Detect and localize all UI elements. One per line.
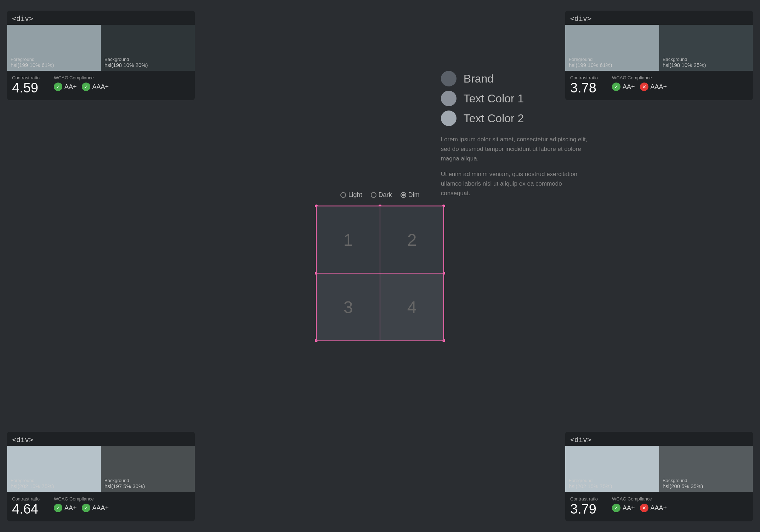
badge-aaa-icon-bl: ✓ [82,504,90,512]
badge-aaa-tl: ✓ AAA+ [82,83,109,91]
bg-label-tr: Background [663,57,749,62]
theme-option-light[interactable]: Light [340,191,362,199]
panel-bl-stats: Contrast ratio 4.64 WCAG Compliance ✓ AA… [7,492,195,521]
badge-aa-tl: ✓ AA+ [54,83,77,91]
grid-cell-1: 1 [316,206,380,273]
badge-aaa-tr: ✕ AAA+ [640,83,667,91]
contrast-label-bl: Contrast ratio [12,496,40,502]
fg-label-tr: Foreground [569,57,656,62]
contrast-label-br: Contrast ratio [570,496,598,502]
radio-dark[interactable] [371,192,376,198]
lorem-p1: Lorem ipsum dolor sit amet, consectetur … [441,135,590,164]
theme-option-dark[interactable]: Dark [371,191,392,199]
contrast-value-tl: 4.59 [12,81,40,95]
badge-aaa-icon-br: ✕ [640,504,648,512]
bg-value-bl: hsl(197 5% 30%) [104,483,191,489]
grid-cell-3: 3 [316,273,380,341]
fg-value-tr: hsl(199 10% 61%) [569,62,656,68]
badge-aa-tr: ✓ AA+ [612,83,635,91]
panel-bl-tag: <div> [7,432,195,446]
contrast-label-tl: Contrast ratio [12,75,40,80]
contrast-value-bl: 4.64 [12,502,40,516]
badge-aaa-bl: ✓ AAA+ [82,504,109,512]
bg-label-tl: Background [104,57,191,62]
bg-label-br: Background [663,478,749,483]
grid-cell-2: 2 [380,206,444,273]
panel-tr-stats: Contrast ratio 3.78 WCAG Compliance ✓ AA… [565,71,753,100]
fg-label-bl: Foreground [11,478,97,483]
panel-bottom-left: <div> Foreground hsl(202 15% 75%) Backgr… [7,432,195,521]
legend-label-brand: Brand [464,72,494,85]
badge-aaa-icon-tr: ✕ [640,83,648,91]
wcag-label-tl: WCAG Compliance [54,75,109,80]
fg-label-tl: Foreground [11,57,97,62]
swatch-fg-tl: Foreground hsl(199 10% 61%) [7,25,101,71]
bg-value-tr: hsl(198 10% 25%) [663,62,749,68]
legend-area: Brand Text Color 1 Text Color 2 Lorem ip… [441,71,590,198]
badge-aa-icon-bl: ✓ [54,504,62,512]
theme-selector: Light Dark Dim [340,191,419,199]
contrast-value-br: 3.79 [570,502,598,516]
legend-circle-brand [441,71,456,86]
legend-label-text2: Text Color 2 [464,112,524,125]
badge-aaa-icon-tl: ✓ [82,83,90,91]
panel-tr-tag: <div> [565,11,753,25]
legend-circle-text2 [441,111,456,126]
swatch-bg-tl: Background hsl(198 10% 20%) [101,25,195,71]
wcag-label-br: WCAG Compliance [612,496,667,502]
theme-option-dim[interactable]: Dim [401,191,420,199]
swatch-bg-bl: Background hsl(197 5% 30%) [101,446,195,492]
panel-top-left: <div> Foreground hsl(199 10% 61%) Backgr… [7,11,195,100]
radio-dim[interactable] [401,192,406,198]
center-area: Light Dark Dim 1 2 3 4 [316,191,444,341]
panel-br-tag: <div> [565,432,753,446]
swatch-bg-br: Background hsl(200 5% 35%) [659,446,753,492]
wcag-label-bl: WCAG Compliance [54,496,109,502]
fg-value-tl: hsl(199 10% 61%) [11,62,97,68]
fg-value-bl: hsl(202 15% 75%) [11,483,97,489]
swatch-fg-bl: Foreground hsl(202 15% 75%) [7,446,101,492]
fg-value-br: hsl(202 15% 75%) [569,483,656,489]
legend-label-text1: Text Color 1 [464,92,524,105]
bg-value-br: hsl(200 5% 35%) [663,483,749,489]
panel-bottom-right: <div> Foreground hsl(202 15% 75%) Backgr… [565,432,753,521]
legend-item-brand: Brand [441,71,590,86]
legend-item-text1: Text Color 1 [441,91,590,106]
grid-cell-4: 4 [380,273,444,341]
lorem-p2: Ut enim ad minim veniam, quis nostrud ex… [441,169,590,198]
swatch-bg-tr: Background hsl(198 10% 25%) [659,25,753,71]
bg-value-tl: hsl(198 10% 20%) [104,62,191,68]
panel-top-right: <div> Foreground hsl(199 10% 61%) Backgr… [565,11,753,100]
badge-aa-icon-tl: ✓ [54,83,62,91]
radio-light[interactable] [340,192,346,198]
badge-aa-icon-br: ✓ [612,504,620,512]
swatch-fg-tr: Foreground hsl(199 10% 61%) [565,25,659,71]
badge-aa-icon-tr: ✓ [612,83,620,91]
fg-label-br: Foreground [569,478,656,483]
badge-aaa-br: ✕ AAA+ [640,504,667,512]
wcag-label-tr: WCAG Compliance [612,75,667,80]
legend-circle-text1 [441,91,456,106]
swatch-fg-br: Foreground hsl(202 15% 75%) [565,446,659,492]
panel-br-stats: Contrast ratio 3.79 WCAG Compliance ✓ AA… [565,492,753,521]
panel-tl-tag: <div> [7,11,195,25]
badge-aa-br: ✓ AA+ [612,504,635,512]
badge-aa-bl: ✓ AA+ [54,504,77,512]
bg-label-bl: Background [104,478,191,483]
legend-item-text2: Text Color 2 [441,111,590,126]
panel-tl-stats: Contrast ratio 4.59 WCAG Compliance ✓ AA… [7,71,195,100]
lorem-section: Lorem ipsum dolor sit amet, consectetur … [441,135,590,198]
layout-grid: 1 2 3 4 [316,206,444,341]
